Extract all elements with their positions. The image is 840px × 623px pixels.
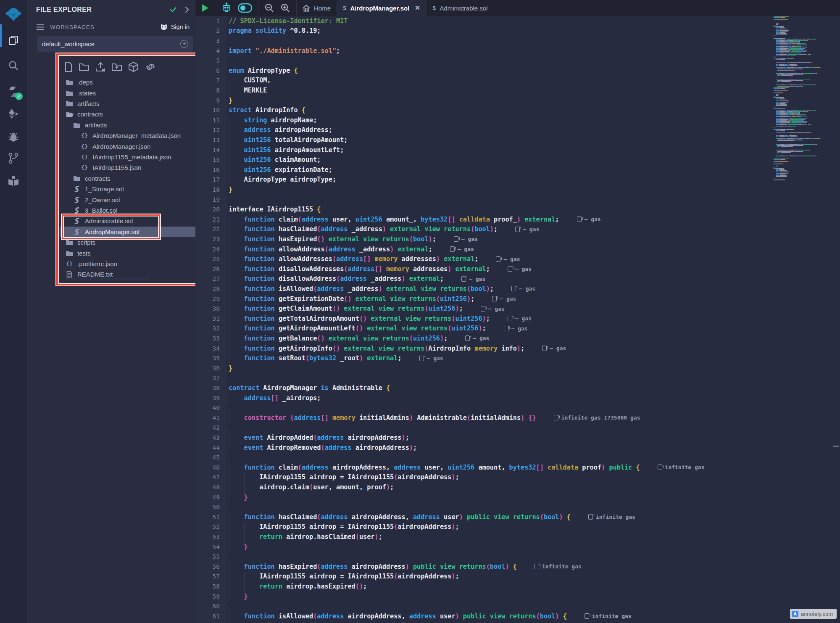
line-number: 25 xyxy=(195,256,226,262)
sign-in-button[interactable]: Sign in xyxy=(160,24,190,31)
hamburger-menu-icon[interactable] xyxy=(36,24,44,30)
learneth-icon[interactable] xyxy=(0,170,27,192)
workspaces-label: WORKSPACES xyxy=(50,24,160,30)
minimap-line-segment xyxy=(810,39,811,40)
copilot-toggle-icon[interactable] xyxy=(238,3,252,13)
run-script-button[interactable] xyxy=(201,4,209,12)
code-line: 47 IAirdrop1155 airdrop = IAirdrop1155(a… xyxy=(195,473,775,483)
minimap-line-segment xyxy=(802,145,803,146)
workspace-options-icon[interactable]: + xyxy=(180,40,188,48)
minimap-line-segment xyxy=(802,116,806,116)
code-token: ( xyxy=(321,444,324,451)
minimap-line-segment xyxy=(776,169,779,170)
code-token: address xyxy=(348,265,374,273)
solidity-compiler-icon[interactable]: ✓ xyxy=(0,81,27,103)
search-icon[interactable] xyxy=(0,55,27,77)
code-token: uint256 xyxy=(440,295,467,303)
line-number: 3 xyxy=(195,37,226,44)
code-token xyxy=(229,136,244,144)
code-token xyxy=(229,444,244,451)
minimap-line-segment xyxy=(784,140,793,141)
deploy-run-icon[interactable] xyxy=(0,103,27,125)
minimap-line-segment xyxy=(780,124,785,124)
line-number: 15 xyxy=(195,156,226,163)
minimap-line-segment xyxy=(776,135,779,136)
minimap-line-segment xyxy=(793,116,796,116)
gas-estimate-annotation: – gas xyxy=(511,285,535,292)
code-token xyxy=(524,414,528,422)
minimap-line-segment xyxy=(819,138,820,139)
code-token: addresses xyxy=(409,265,448,273)
line-number: 49 xyxy=(195,494,226,501)
workspace-select[interactable]: default_workspace + xyxy=(37,36,193,52)
code-token: address xyxy=(321,563,348,570)
line-number: 45 xyxy=(195,454,226,461)
code-token: address xyxy=(340,275,367,282)
minimap-line-segment xyxy=(777,80,794,81)
remix-logo[interactable] xyxy=(0,3,27,25)
minimap-line-segment xyxy=(802,74,803,75)
code-line: 35 function setRoot(bytes32 _root) exter… xyxy=(195,353,775,363)
code-token: ( xyxy=(355,533,359,541)
line-number: 40 xyxy=(195,404,226,411)
minimap-line-segment xyxy=(776,39,780,40)
minimap-line-segment xyxy=(802,50,806,51)
zoom-in-icon[interactable] xyxy=(280,3,290,13)
file-explorer-icon[interactable] xyxy=(0,29,27,51)
line-number: 57 xyxy=(195,573,226,580)
minimap-line-segment xyxy=(776,118,780,119)
code-token: MERKLE xyxy=(229,87,267,94)
code-line: 19 xyxy=(195,195,775,205)
line-number: 10 xyxy=(195,107,226,114)
code-token: bool xyxy=(413,235,429,243)
code-line: 46 function claim(address airdropAddress… xyxy=(195,462,775,473)
minimap-line-segment xyxy=(790,39,793,40)
code-token: } xyxy=(229,97,232,104)
tab-airdropmanager[interactable]: S AirdropManager.sol ✕ xyxy=(337,0,427,16)
code-token: AirdropRemoved xyxy=(267,444,321,451)
code-line: 56 function hasExpired(address airdropAd… xyxy=(195,562,775,572)
code-line: 16 uint256 expirationDate; xyxy=(195,165,775,175)
scrollbar-thumb[interactable] xyxy=(833,446,839,447)
git-icon[interactable] xyxy=(0,147,27,169)
minimap-line-segment xyxy=(803,49,803,50)
debugger-icon[interactable] xyxy=(0,126,27,148)
zoom-out-icon[interactable] xyxy=(264,3,274,13)
minimap-line-segment xyxy=(780,113,786,114)
minimap[interactable] xyxy=(774,16,822,183)
code-line: 1// SPDX-License-Identifier: MIT xyxy=(195,16,775,26)
minimap-line-segment xyxy=(802,122,805,123)
tab-administrable[interactable]: S Administrable.sol xyxy=(427,0,494,16)
code-token: ) xyxy=(440,335,444,342)
minimap-line-segment xyxy=(780,41,785,42)
code-token: address xyxy=(294,414,321,422)
minimap-line-segment xyxy=(792,121,802,122)
ai-copilot-robot-icon[interactable] xyxy=(221,3,232,13)
minimap-line-segment xyxy=(806,47,807,48)
code-token: ) xyxy=(451,573,455,580)
code-token: uint256 xyxy=(413,335,440,342)
code-token: user xyxy=(440,513,459,521)
tab-home[interactable]: Home xyxy=(297,0,337,16)
minimap-line-segment xyxy=(785,64,788,65)
tab-close-icon[interactable]: ✕ xyxy=(415,4,420,12)
annotation-box-selected-files xyxy=(62,214,160,239)
code-token: () xyxy=(355,325,363,332)
minimap-line-segment xyxy=(795,69,802,69)
minimap-line-segment xyxy=(787,110,790,111)
line-number: 44 xyxy=(195,444,226,451)
code-token: ; xyxy=(456,573,459,580)
panel-collapse-chevron-icon[interactable] xyxy=(184,6,190,13)
fuel-pump-icon xyxy=(588,514,593,520)
code-viewport[interactable]: 1// SPDX-License-Identifier: MIT2pragma … xyxy=(195,16,840,623)
code-token: is xyxy=(321,384,332,392)
line-number: 55 xyxy=(195,553,226,560)
code-token: initialAdmins xyxy=(471,414,521,422)
code-token: ) xyxy=(375,533,379,541)
code-token xyxy=(509,563,513,570)
code-token: external view returns xyxy=(371,315,451,322)
minimap-line-segment xyxy=(787,116,791,117)
minimap-line-segment xyxy=(780,122,790,123)
minimap-line-segment xyxy=(777,69,794,69)
code-token: ) xyxy=(490,225,494,233)
